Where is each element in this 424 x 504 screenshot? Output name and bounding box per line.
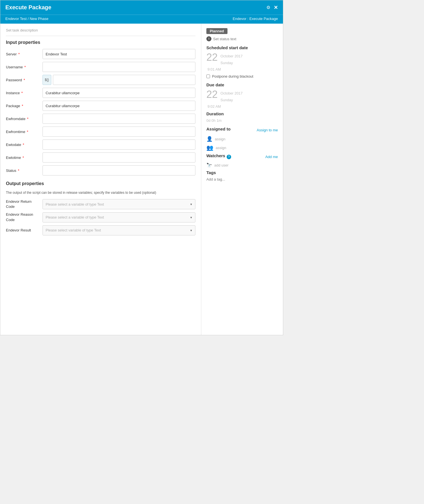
status-input[interactable] [43,165,195,176]
assign-group-row: 👥 assign [206,144,278,151]
status-label: Status * [6,168,43,173]
main-content: Set task description Input properties Se… [0,24,201,335]
duration-title: Duration [206,111,278,116]
input-properties-title: Input properties [6,40,195,45]
instance-input[interactable] [43,88,195,98]
endevor-result-select[interactable]: Please select variable of type Text [43,225,195,235]
close-icon[interactable]: ✕ [274,4,278,11]
execute-package-modal: Execute Package ⚙ ✕ Endevor Test / New P… [0,0,283,335]
password-row: Password * ${} [6,75,195,85]
start-day-name: Sunday [220,59,243,66]
status-row: Status * [6,165,195,176]
add-tag-input[interactable] [206,177,278,181]
package-input[interactable] [43,101,195,111]
tags-title: Tags [206,170,278,175]
username-required: * [24,65,26,69]
status-badge[interactable]: Planned [206,28,227,34]
add-me-link[interactable]: Add me [265,155,278,159]
ewtotime-label: Ewtotime * [6,156,43,160]
due-date-title: Due date [206,82,278,87]
ewfromtime-label: Ewfromtime * [6,130,43,134]
postpone-label: Postpone during blackout [212,74,253,78]
server-label: Server * [6,52,43,56]
output-description: The output of the script can be stored i… [6,190,195,195]
modal-title: Execute Package [5,4,51,11]
server-required: * [18,52,20,56]
ewfromdate-label: Ewfromdate * [6,117,43,121]
modal-body: Set task description Input properties Se… [0,24,283,335]
ewtotime-input[interactable] [43,152,195,163]
reason-code-select[interactable]: Please select a variable of type Text [43,212,195,222]
due-time: 9:02 AM [207,104,278,109]
variable-button[interactable]: ${} [43,75,51,85]
due-day-number: 22 [206,89,218,100]
status-text[interactable]: Set status text [213,37,236,41]
tags-section: Tags [206,170,278,181]
ewtodate-input[interactable] [43,140,195,150]
ewtodate-label: Ewtodate * [6,143,43,147]
status-required: * [18,168,19,173]
assign-person-label[interactable]: assign [215,137,226,141]
start-day-number: 22 [206,52,218,62]
add-user-label[interactable]: add user [214,163,229,167]
package-row: Package * [6,101,195,111]
instance-label: Instance * [6,91,43,95]
due-day-name: Sunday [220,96,243,103]
reason-code-select-wrapper: Please select a variable of type Text ▼ [43,212,195,222]
sidebar: Planned ! Set status text Scheduled star… [201,24,283,335]
watchers-help-icon[interactable]: ? [227,155,231,159]
password-input-group: ${} [43,75,195,85]
due-month-info: October 2017 Sunday [220,89,243,103]
postpone-row: Postpone during blackout [206,74,278,78]
endevor-result-label: Endevor Result [6,228,43,233]
ewfromdate-row: Ewfromdate * [6,114,195,124]
status-text-row: ! Set status text [206,36,278,41]
duration-value: 0d 0h 1m [206,118,278,123]
return-code-row: Endevor ReturnCode Please select a varia… [6,199,195,209]
watchers-title: Watchers [206,153,225,158]
ewtotime-row: Ewtotime * [6,152,195,163]
modal-subheader: Endevor Test / New Phase Endevor : Execu… [0,15,283,24]
server-row: Server * [6,49,195,59]
info-icon: ! [206,36,211,41]
watchers-title-row: Watchers ? [206,153,231,160]
ewfromtime-input[interactable] [43,127,195,137]
return-code-select[interactable]: Please select a variable of type Text [43,199,195,209]
modal-header: Execute Package ⚙ ✕ [0,0,283,15]
settings-icon[interactable]: ⚙ [266,5,270,10]
start-month-year: October 2017 [220,52,243,59]
assigned-to-header: Assigned to Assign to me [206,127,278,134]
task-description[interactable]: Set task description [6,28,195,32]
breadcrumb-left: Endevor Test / New Phase [5,17,48,21]
start-date-display: 22 October 2017 Sunday [206,52,278,66]
endevor-result-row: Endevor Result Please select variable of… [6,225,195,235]
ewtotime-required: * [23,156,24,160]
section-divider [6,36,195,36]
binoculars-icon: 🔭 [206,163,212,168]
ewfromtime-row: Ewfromtime * [6,127,195,137]
reason-code-label: Endevor ReasonCode [6,212,43,222]
username-row: Username * [6,62,195,72]
endevor-result-select-wrapper: Please select variable of type Text ▼ [43,225,195,235]
reason-code-row: Endevor ReasonCode Please select a varia… [6,212,195,222]
assign-group-label[interactable]: assign [216,146,226,150]
ewfromdate-required: * [27,117,28,121]
due-month-year: October 2017 [220,89,243,96]
username-input[interactable] [43,62,195,72]
add-user-row: 🔭 add user [206,163,278,168]
start-month-info: October 2017 Sunday [220,52,243,66]
package-required: * [22,104,23,108]
header-icons: ⚙ ✕ [266,4,278,11]
password-input[interactable] [53,75,195,85]
group-icon: 👥 [206,144,213,151]
return-code-select-wrapper: Please select a variable of type Text ▼ [43,199,195,209]
ewtodate-row: Ewtodate * [6,140,195,150]
return-code-label: Endevor ReturnCode [6,199,43,209]
postpone-checkbox[interactable] [206,75,210,78]
assigned-to-title: Assigned to [206,127,231,131]
assign-to-me-link[interactable]: Assign to me [257,128,278,132]
ewfromdate-input[interactable] [43,114,195,124]
assign-person-row: 👤 assign [206,136,278,142]
package-label: Package * [6,104,43,108]
server-input[interactable] [43,49,195,59]
